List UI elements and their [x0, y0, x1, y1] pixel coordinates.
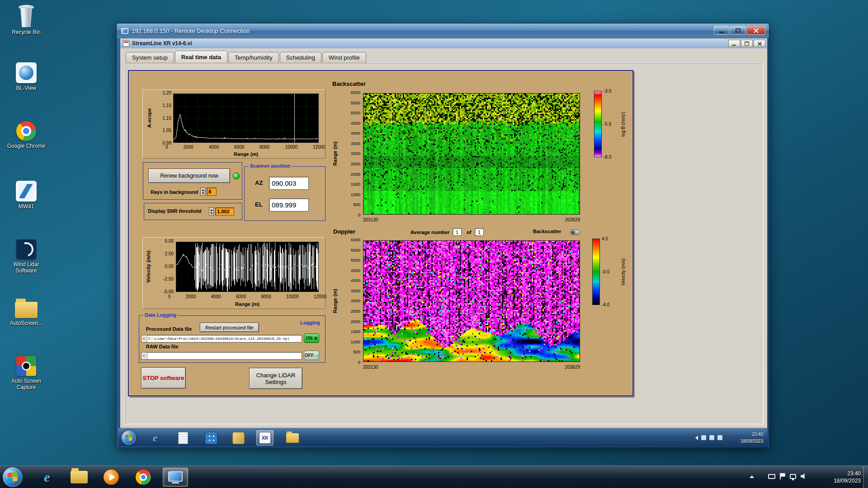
- remote-task-streamline-xr[interactable]: XR: [256, 430, 274, 446]
- average-total-field[interactable]: 1: [475, 228, 484, 236]
- desktop-icon-label: Recycle Bin: [4, 29, 49, 35]
- renew-background-button[interactable]: Renew background now: [148, 169, 230, 183]
- backscatter-title: Backscatter: [332, 80, 366, 87]
- remote-tray-volume-icon[interactable]: [709, 435, 714, 440]
- az-value-field[interactable]: 090.003: [269, 177, 309, 190]
- tray-action-center-flag-icon[interactable]: [780, 473, 785, 479]
- remote-task-yellow-app[interactable]: [230, 430, 246, 446]
- desktop-icon-label: Wind Lidar Software: [4, 261, 49, 274]
- desktop-icon-auto-screen-capture[interactable]: Auto Screen Capture: [4, 356, 49, 390]
- hidden-icons-arrow-icon[interactable]: [695, 436, 698, 440]
- backscatter-colorbar-label: log B (/m/sr): [621, 97, 628, 151]
- rdp-titlebar[interactable]: 192.168.0.150 - Remote Desktop Connectio…: [117, 23, 769, 38]
- tick-label: 0: [165, 145, 168, 150]
- off-led-icon: [315, 354, 318, 357]
- rdp-minimize-button[interactable]: [714, 26, 729, 35]
- taskbar-clock[interactable]: 23:40 18/09/2023: [834, 470, 861, 484]
- remote-tray-network-icon[interactable]: [701, 435, 706, 440]
- taskbar: e 23:40 18/09/2023: [0, 465, 868, 488]
- vi-icon: [123, 40, 129, 47]
- tick-label: 1000: [351, 192, 360, 197]
- remote-desktop-icon: [168, 471, 183, 483]
- restart-processed-file-button[interactable]: Restart processed file: [200, 323, 259, 332]
- show-hidden-icons-button[interactable]: [750, 475, 754, 478]
- tick-label: -5.00: [163, 290, 174, 294]
- tab-scheduling[interactable]: Scheduling: [280, 52, 321, 63]
- task-windows-media-player[interactable]: [99, 468, 124, 487]
- app-minimize-button[interactable]: [728, 40, 740, 47]
- raw-logging-off-button[interactable]: OFF: [304, 351, 319, 360]
- rdp-maximize-button[interactable]: [730, 26, 745, 35]
- tab-strip: System setup Real time data Temp/humidit…: [126, 51, 366, 63]
- desktop-icon-bl-view[interactable]: BL-View: [4, 62, 49, 91]
- change-lidar-settings-button[interactable]: Change LiDAR Settings: [249, 368, 302, 389]
- desktop-icon-wind-lidar[interactable]: Wind Lidar Software: [4, 239, 49, 274]
- chrome-icon: [16, 121, 36, 141]
- tick-label: 1.20: [163, 91, 171, 95]
- average-number-field[interactable]: 1: [453, 228, 462, 236]
- tab-temp-humidity[interactable]: Temp/humidity: [228, 52, 279, 63]
- processed-path-field[interactable]: C C:\Lidar\Data\Proc\2023\202309\2023091…: [141, 335, 302, 343]
- tab-wind-profile[interactable]: Wind profile: [322, 52, 366, 63]
- processed-path-text: C:\Lidar\Data\Proc\2023\202309\20230918\…: [147, 337, 289, 341]
- desktop-icon-mw41[interactable]: MW41: [4, 181, 49, 210]
- tick-label: 12000: [314, 295, 326, 299]
- remote-start-button[interactable]: [122, 431, 136, 445]
- start-button[interactable]: [3, 467, 23, 487]
- desktop-icon-google-chrome[interactable]: Google Chrome: [4, 121, 49, 149]
- tray-network-icon[interactable]: [790, 474, 796, 479]
- desktop-icon-recycle-bin[interactable]: Recycle Bin: [4, 4, 49, 35]
- tab-real-time-data[interactable]: Real time data: [175, 51, 227, 63]
- snr-value-field[interactable]: 1.002: [215, 207, 234, 216]
- rdp-close-button[interactable]: [746, 26, 765, 35]
- remote-task-folder[interactable]: [284, 430, 301, 446]
- backscatter-toggle[interactable]: [570, 230, 580, 235]
- tick-label: 12000: [313, 145, 326, 150]
- snr-spinner[interactable]: [209, 207, 214, 216]
- task-chrome[interactable]: [131, 468, 156, 487]
- drive-icon[interactable]: C: [142, 352, 147, 359]
- task-remote-desktop[interactable]: [163, 468, 188, 487]
- tick-label: 6000: [351, 238, 360, 242]
- remote-task-blue-app[interactable]: [203, 430, 219, 446]
- remote-desktop: StreamLine XR v14-6.vi System setup Real…: [117, 38, 769, 447]
- raw-path-field[interactable]: C: [141, 352, 302, 360]
- remote-tray-flag-icon[interactable]: [717, 435, 722, 440]
- tray-volume-icon[interactable]: [801, 473, 807, 479]
- desktop-icon-autoscreen[interactable]: AutoScreen...: [4, 297, 49, 326]
- app-close-button[interactable]: [754, 40, 765, 47]
- remote-clock-date: 18/09/2023: [741, 438, 763, 445]
- task-windows-explorer[interactable]: [66, 468, 92, 487]
- remote-clock[interactable]: 23:40 18/09/2023: [741, 431, 763, 445]
- folder-icon: [15, 302, 38, 318]
- remote-taskbar: e XR 23:40 18/09/2023: [118, 428, 768, 446]
- clock-time: 23:40: [834, 470, 861, 477]
- task-internet-explorer[interactable]: e: [34, 468, 60, 487]
- windows-flag-icon: [8, 472, 18, 483]
- backscatter-y-axis-label: Range (m): [332, 127, 340, 181]
- rays-spinner[interactable]: [200, 188, 205, 196]
- tick-label: 0: [358, 360, 360, 365]
- tick-label: 2.50: [165, 252, 174, 256]
- tick-label: -4.0: [602, 303, 609, 307]
- rays-value-field[interactable]: 8: [207, 188, 217, 196]
- app-maximize-button[interactable]: [741, 40, 753, 47]
- el-value-field[interactable]: 089.999: [269, 198, 309, 211]
- tick-label: 4500: [351, 268, 360, 273]
- remote-task-internet-explorer[interactable]: e: [147, 430, 163, 446]
- front-panel: A-scope 1.201.151.101.050.99 02000400060…: [128, 70, 633, 396]
- processed-logging-on-button[interactable]: ON: [304, 333, 319, 343]
- tick-label: 1500: [351, 329, 360, 334]
- drive-icon[interactable]: C: [142, 335, 147, 342]
- a-scope-plot: [173, 94, 319, 143]
- snr-threshold-label: Display SNR threshold: [148, 208, 202, 214]
- tick-label: 3000: [351, 299, 360, 303]
- stop-software-button[interactable]: STOP software: [141, 367, 186, 389]
- time-start-label: 203130: [363, 217, 378, 222]
- app-titlebar[interactable]: StreamLine XR v14-6.vi: [120, 38, 767, 48]
- tab-system-setup[interactable]: System setup: [126, 52, 174, 63]
- tray-keyboard-icon[interactable]: [768, 474, 775, 479]
- show-desktop-button[interactable]: [863, 466, 868, 488]
- remote-task-notepad[interactable]: [175, 430, 191, 446]
- scanner-position-group: Scanner position AZ 090.003 EL 089.999: [244, 166, 326, 221]
